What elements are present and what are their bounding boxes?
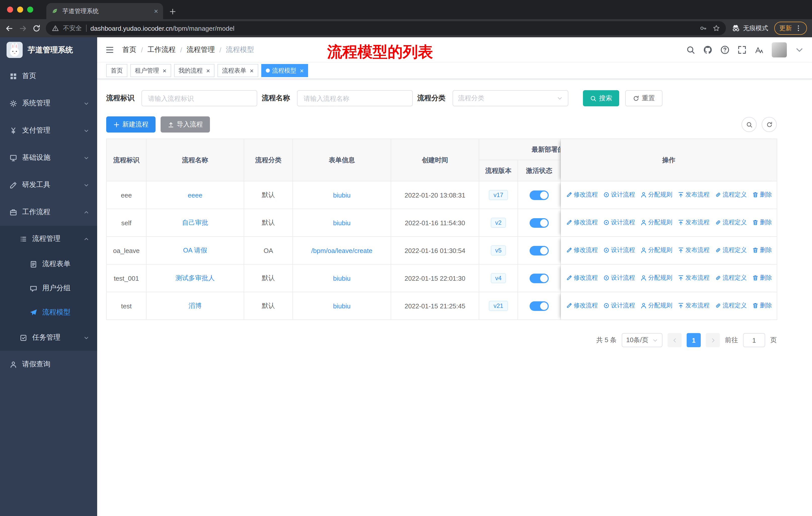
active-toggle[interactable] [529,246,549,255]
active-toggle[interactable] [529,273,549,283]
prev-page-button[interactable] [668,333,682,347]
action-person-link[interactable]: 分配规则 [640,218,672,227]
version-badge[interactable]: v2 [491,218,506,228]
sidebar-item-process-form[interactable]: 流程表单 [0,252,97,276]
tab-close-icon[interactable]: × [154,7,158,15]
version-badge[interactable]: v5 [491,245,506,255]
sidebar-item-task-mgmt[interactable]: 任务管理 [0,325,97,351]
create-model-button[interactable]: 新建流程 [106,116,155,133]
action-trash-link[interactable]: 删除 [752,190,772,199]
address-bar[interactable]: 不安全 dashboard.yudao.iocoder.cn/bpm/manag… [46,21,726,35]
action-edit-link[interactable]: 修改流程 [566,301,598,310]
action-link-link[interactable]: 流程定义 [715,218,747,227]
sidebar-item-workflow[interactable]: 工作流程 [0,198,97,226]
back-button[interactable] [5,24,13,32]
action-trash-link[interactable]: 删除 [752,246,772,254]
action-person-link[interactable]: 分配规则 [640,190,672,199]
sidebar-item-home[interactable]: 首页 [0,62,97,90]
tag-我的流程[interactable]: 我的流程× [174,64,214,77]
form-link[interactable]: biubiu [333,274,350,282]
action-trash-link[interactable]: 删除 [752,274,772,282]
help-icon[interactable] [720,45,729,54]
form-link[interactable]: /bpm/oa/leave/create [311,247,373,254]
page-1-button[interactable]: 1 [687,333,701,347]
tag-租户管理[interactable]: 租户管理× [130,64,171,77]
process-name-input[interactable] [297,90,413,106]
avatar[interactable] [772,42,787,57]
process-key-input[interactable] [141,90,257,106]
sidebar-item-payment[interactable]: 支付管理 [0,117,97,144]
action-person-link[interactable]: 分配规则 [640,246,672,254]
window-minimize-button[interactable] [17,6,23,12]
tag-close-icon[interactable]: × [300,67,304,74]
action-design-link[interactable]: 设计流程 [603,274,635,282]
action-edit-link[interactable]: 修改流程 [566,246,598,254]
model-name-link[interactable]: 测试多审批人 [175,274,215,282]
action-publish-link[interactable]: 发布流程 [677,218,709,227]
action-design-link[interactable]: 设计流程 [603,246,635,254]
sidebar-item-leave-query[interactable]: 请假查询 [0,351,97,378]
browser-tab[interactable]: 芋道管理系统 × [46,3,163,19]
form-link[interactable]: biubiu [333,191,350,199]
browser-menu-icon[interactable] [795,25,802,32]
new-tab-button[interactable] [169,8,176,15]
action-link-link[interactable]: 流程定义 [715,301,747,310]
sidebar-item-system[interactable]: 系统管理 [0,90,97,117]
breadcrumb-item-home[interactable]: 首页 [122,45,137,54]
tag-首页[interactable]: 首页 [106,64,127,77]
action-trash-link[interactable]: 删除 [752,301,772,310]
action-link-link[interactable]: 流程定义 [715,246,747,254]
form-link[interactable]: biubiu [333,302,350,310]
action-design-link[interactable]: 设计流程 [603,190,635,199]
tag-流程表单[interactable]: 流程表单× [218,64,258,77]
active-toggle[interactable] [529,301,549,311]
window-zoom-button[interactable] [27,6,33,12]
tag-close-icon[interactable]: × [206,67,210,74]
bookmark-star-icon[interactable] [713,25,720,32]
breadcrumb-item-process-mgmt[interactable]: 流程管理 [187,45,215,54]
active-toggle[interactable] [529,218,549,227]
model-name-link[interactable]: 滔博 [188,302,202,309]
search-button[interactable]: 搜索 [583,90,619,106]
action-trash-link[interactable]: 删除 [752,218,772,227]
password-key-icon[interactable] [700,25,707,32]
tag-close-icon[interactable]: × [163,67,166,74]
github-icon[interactable] [703,45,712,54]
model-name-link[interactable]: OA 请假 [183,246,207,254]
sidebar-item-infrastructure[interactable]: 基础设施 [0,144,97,171]
action-design-link[interactable]: 设计流程 [603,301,635,310]
font-size-icon[interactable] [755,45,764,54]
page-size-select[interactable]: 10条/页 [622,333,663,347]
refresh-table-button[interactable] [762,117,777,132]
action-person-link[interactable]: 分配规则 [640,301,672,310]
action-publish-link[interactable]: 发布流程 [677,301,709,310]
model-name-link[interactable]: 自己审批 [182,219,208,226]
action-edit-link[interactable]: 修改流程 [566,190,598,199]
tag-close-icon[interactable]: × [250,67,254,74]
sidebar-item-process-model[interactable]: 流程模型 [0,300,97,325]
import-model-button[interactable]: 导入流程 [161,116,210,133]
breadcrumb-item-workflow[interactable]: 工作流程 [147,45,176,54]
action-design-link[interactable]: 设计流程 [603,218,635,227]
action-edit-link[interactable]: 修改流程 [566,218,598,227]
window-close-button[interactable] [7,6,13,12]
action-publish-link[interactable]: 发布流程 [677,246,709,254]
version-badge[interactable]: v17 [489,190,508,200]
action-publish-link[interactable]: 发布流程 [677,274,709,282]
active-toggle[interactable] [529,190,549,200]
action-person-link[interactable]: 分配规则 [640,274,672,282]
toggle-search-button[interactable] [742,117,757,132]
version-badge[interactable]: v21 [489,301,508,311]
sidebar-item-process-mgmt[interactable]: 流程管理 [0,226,97,252]
goto-page-input[interactable] [743,333,765,347]
tag-流程模型[interactable]: 流程模型× [261,64,308,77]
avatar-caret-icon[interactable] [795,45,804,54]
sidebar-item-devtools[interactable]: 研发工具 [0,171,97,198]
next-page-button[interactable] [706,333,720,347]
form-link[interactable]: biubiu [333,219,350,226]
hamburger-icon[interactable] [105,45,114,54]
reload-button[interactable] [32,24,41,32]
action-edit-link[interactable]: 修改流程 [566,274,598,282]
action-link-link[interactable]: 流程定义 [715,274,747,282]
action-link-link[interactable]: 流程定义 [715,190,747,199]
